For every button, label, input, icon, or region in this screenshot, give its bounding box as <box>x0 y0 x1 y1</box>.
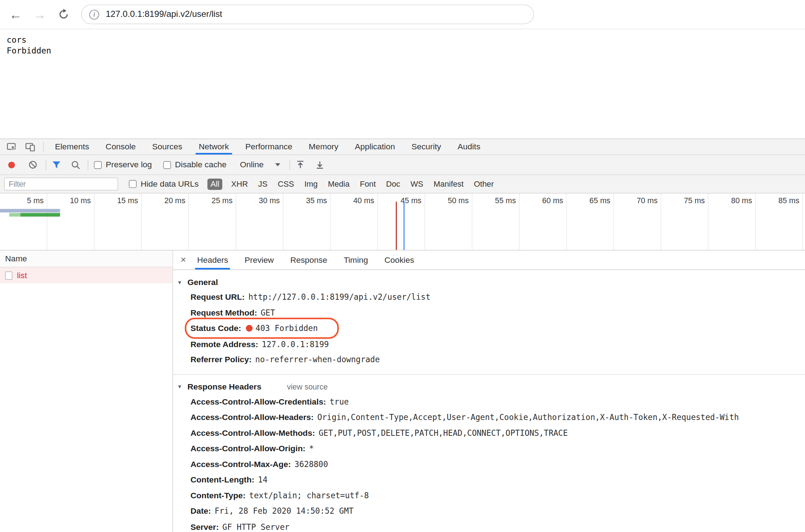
filter-icon[interactable] <box>51 160 62 170</box>
chip-xhr[interactable]: XHR <box>229 178 249 190</box>
header-line-acao: Access-Control-Allow-Origin:* <box>190 441 805 457</box>
search-icon[interactable] <box>71 160 80 169</box>
hide-data-urls-label[interactable]: Hide data URLs <box>141 179 199 189</box>
device-toolbar-icon[interactable] <box>25 141 36 152</box>
chip-img[interactable]: Img <box>303 178 319 190</box>
file-icon <box>5 271 12 280</box>
timeline-tick: 80 ms <box>755 193 755 250</box>
divider <box>289 160 290 170</box>
header-key: Referrer Policy: <box>190 355 251 364</box>
chip-css[interactable]: CSS <box>276 178 296 190</box>
timeline-tick: 45 ms <box>424 193 425 250</box>
record-icon[interactable] <box>8 162 15 168</box>
header-line-acam: Access-Control-Allow-Methods:GET,PUT,POS… <box>190 425 805 441</box>
header-line-content-type: Content-Type:text/plain; charset=utf-8 <box>190 488 805 504</box>
filter-input[interactable] <box>4 178 118 191</box>
tab-application[interactable]: Application <box>346 139 403 154</box>
timeline-tick: 40 ms <box>377 193 378 250</box>
view-source-link[interactable]: view source <box>287 382 327 391</box>
chip-doc[interactable]: Doc <box>385 178 402 190</box>
reload-icon[interactable] <box>57 8 70 20</box>
timeline-tick: 25 ms <box>236 193 236 250</box>
header-value: 403 Forbidden <box>256 324 318 333</box>
header-value: 14 <box>258 475 267 485</box>
header-key: Status Code: <box>190 324 241 332</box>
general-section-title[interactable]: General <box>187 278 218 287</box>
chip-manifest[interactable]: Manifest <box>432 178 465 190</box>
header-value: Origin,Content-Type,Accept,User-Agent,Co… <box>317 413 739 422</box>
tab-sources[interactable]: Sources <box>144 139 191 154</box>
timeline-tick: 75 ms <box>708 193 708 250</box>
header-line-server: Server:GF HTTP Server <box>190 519 805 532</box>
tab-preview[interactable]: Preview <box>236 251 282 270</box>
tab-memory[interactable]: Memory <box>301 139 346 154</box>
general-list: Request URL:http://127.0.0.1:8199/api.v2… <box>190 289 805 368</box>
tab-timing[interactable]: Timing <box>335 251 376 270</box>
request-row-list[interactable]: list <box>0 267 172 283</box>
disable-cache-label[interactable]: Disable cache <box>175 160 227 169</box>
chevron-down-icon[interactable] <box>275 163 280 167</box>
timeline-tick: 5 ms <box>47 193 47 250</box>
preserve-log-label[interactable]: Preserve log <box>106 160 152 169</box>
browser-window: ← → i 127.0.0.1:8199/api.v2/user/list co… <box>0 0 805 532</box>
general-section-header: ▼ General <box>177 276 805 288</box>
timeline-tick: 15 ms <box>141 193 141 250</box>
site-info-icon[interactable]: i <box>89 9 99 19</box>
export-har-icon[interactable] <box>315 160 325 170</box>
header-key: Server: <box>190 522 219 531</box>
tab-elements[interactable]: Elements <box>47 139 97 154</box>
url-omnibox[interactable]: 127.0.0.1:8199/api.v2/user/list <box>106 9 222 20</box>
inspect-element-icon[interactable] <box>6 141 17 152</box>
tab-performance[interactable]: Performance <box>237 139 301 154</box>
waterfall-bar-content[interactable] <box>9 213 60 216</box>
header-line-remote-address: Remote Address:127.0.0.1:8199 <box>190 336 805 352</box>
tab-console[interactable]: Console <box>97 139 144 154</box>
throttling-select[interactable]: Online <box>240 160 264 169</box>
timeline-tick: 65 ms <box>614 193 614 250</box>
chip-ws[interactable]: WS <box>409 178 425 190</box>
header-line-request-method: Request Method:GET <box>190 305 805 321</box>
tab-headers[interactable]: Headers <box>189 251 236 270</box>
back-icon[interactable]: ← <box>9 8 22 21</box>
header-value: GET,PUT,POST,DELETE,PATCH,HEAD,CONNECT,O… <box>318 428 568 438</box>
preserve-log-checkbox[interactable] <box>94 161 102 168</box>
disclosure-triangle-icon[interactable]: ▼ <box>177 384 184 389</box>
requests-name-header[interactable]: Name <box>0 251 172 267</box>
chip-all[interactable]: All <box>208 178 223 190</box>
devtools-panel: Elements Console Sources Network Perform… <box>0 139 805 532</box>
tab-response[interactable]: Response <box>282 251 336 270</box>
clear-icon[interactable] <box>28 160 38 169</box>
page-viewport: cors Forbidden <box>0 30 805 139</box>
chip-other[interactable]: Other <box>473 178 495 190</box>
header-key: Access-Control-Allow-Origin: <box>190 444 305 453</box>
chip-media[interactable]: Media <box>326 178 351 190</box>
tab-network[interactable]: Network <box>191 139 237 154</box>
import-har-icon[interactable] <box>295 160 306 170</box>
header-value: 127.0.0.1:8199 <box>262 340 329 349</box>
chip-js[interactable]: JS <box>257 178 269 190</box>
disclosure-triangle-icon[interactable]: ▼ <box>177 280 184 285</box>
disable-cache-checkbox[interactable] <box>163 161 171 168</box>
close-icon[interactable]: × <box>178 255 189 265</box>
header-key: Access-Control-Allow-Methods: <box>190 428 315 437</box>
divider <box>43 142 43 152</box>
domcontentloaded-marker <box>404 202 405 250</box>
waterfall-bar-waiting[interactable] <box>0 209 60 213</box>
tab-cookies[interactable]: Cookies <box>376 251 422 270</box>
resource-type-chips: All XHR JS CSS Img Media Font Doc WS Man… <box>208 178 495 190</box>
header-line-request-url: Request URL:http://127.0.0.1:8199/api.v2… <box>190 289 805 305</box>
header-value: GET <box>261 308 275 318</box>
header-key: Content-Length: <box>190 475 254 484</box>
status-error-dot-icon <box>246 325 252 332</box>
header-line-acah: Access-Control-Allow-Headers:Origin,Cont… <box>190 410 805 425</box>
page-line-1: cors <box>7 34 51 45</box>
header-value: * <box>309 444 314 453</box>
url-bar[interactable]: i 127.0.0.1:8199/api.v2/user/list <box>81 5 534 24</box>
hide-data-urls-checkbox[interactable] <box>129 180 136 188</box>
tab-security[interactable]: Security <box>403 139 449 154</box>
timeline-tick: 60 ms <box>566 193 567 250</box>
header-key: Access-Control-Allow-Headers: <box>190 413 313 421</box>
response-headers-title[interactable]: Response Headers <box>187 382 261 391</box>
chip-font[interactable]: Font <box>358 178 377 190</box>
tab-audits[interactable]: Audits <box>449 139 488 154</box>
